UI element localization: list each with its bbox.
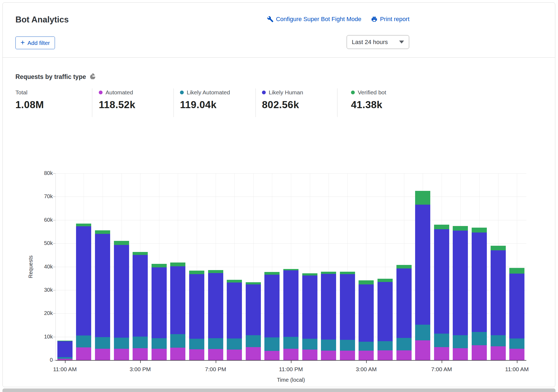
bar-segment-likely_automated[interactable] [453,335,468,348]
bar-segment-verified_bot[interactable] [152,264,167,267]
bar-segment-likely_human[interactable] [76,226,91,335]
bar-segment-automated[interactable] [396,350,412,360]
bar-segment-verified_bot[interactable] [415,191,430,205]
bar-segment-likely_automated[interactable] [76,335,91,347]
bar-segment-likely_human[interactable] [321,274,336,340]
bar-segment-automated[interactable] [302,350,317,360]
bar-segment-verified_bot[interactable] [359,280,374,285]
bar-segment-likely_human[interactable] [302,275,317,339]
bar-segment-automated[interactable] [340,351,355,360]
bar-segment-likely_automated[interactable] [509,338,524,349]
bar-segment-verified_bot[interactable] [378,279,393,282]
bar-segment-likely_automated[interactable] [227,338,242,350]
bar-segment-likely_human[interactable] [170,266,185,334]
bar-segment-likely_human[interactable] [264,275,280,337]
bar-segment-likely_human[interactable] [246,284,261,335]
bar-segment-likely_automated[interactable] [189,339,204,349]
bar-segment-automated[interactable] [227,350,242,360]
bar-segment-automated[interactable] [453,348,468,360]
bar-segment-verified_bot[interactable] [396,265,412,268]
bar-segment-verified_bot[interactable] [509,268,524,274]
bar-segment-likely_human[interactable] [283,270,298,337]
bar-segment-likely_automated[interactable] [415,325,430,340]
bar-segment-verified_bot[interactable] [189,271,204,274]
bar-segment-likely_human[interactable] [133,255,148,336]
bar-segment-automated[interactable] [509,349,524,360]
bar-segment-automated[interactable] [264,351,280,360]
bar-segment-verified_bot[interactable] [472,228,487,232]
bar-segment-likely_automated[interactable] [133,337,148,348]
bar-segment-automated[interactable] [491,346,506,360]
bar-segment-automated[interactable] [114,349,129,360]
bar-segment-likely_human[interactable] [472,232,487,332]
bar-segment-likely_human[interactable] [114,245,129,338]
print-report-link[interactable]: Print report [371,16,409,23]
bar-segment-automated[interactable] [378,350,393,360]
bar-segment-automated[interactable] [95,349,110,360]
bar-segment-likely_human[interactable] [359,284,374,342]
bar-segment-likely_automated[interactable] [359,342,374,351]
bar-segment-likely_human[interactable] [189,274,204,339]
time-range-select[interactable]: Last 24 hours [347,35,409,49]
bar-segment-verified_bot[interactable] [434,225,449,229]
bar-segment-likely_human[interactable] [57,341,73,357]
bar-segment-automated[interactable] [57,359,73,360]
bar-segment-verified_bot[interactable] [340,272,355,274]
bar-segment-verified_bot[interactable] [491,246,506,250]
bar-segment-verified_bot[interactable] [170,263,185,266]
bar-segment-verified_bot[interactable] [227,280,242,283]
bar-segment-likely_automated[interactable] [491,335,506,346]
bar-segment-likely_automated[interactable] [114,338,129,349]
bar-segment-verified_bot[interactable] [321,272,336,274]
bar-segment-automated[interactable] [434,347,449,360]
bar-segment-automated[interactable] [246,347,261,360]
bar-segment-likely_automated[interactable] [396,338,412,350]
bar-segment-likely_automated[interactable] [170,334,185,348]
bar-segment-automated[interactable] [208,349,223,360]
bar-segment-likely_human[interactable] [509,274,524,338]
bar-segment-likely_human[interactable] [95,234,110,337]
bar-segment-automated[interactable] [472,345,487,360]
bar-segment-verified_bot[interactable] [283,269,298,270]
bar-segment-verified_bot[interactable] [302,273,317,276]
bar-segment-likely_automated[interactable] [264,337,280,351]
bar-segment-likely_human[interactable] [208,273,223,338]
bar-segment-verified_bot[interactable] [114,241,129,245]
bar-segment-automated[interactable] [189,349,204,360]
bar-segment-automated[interactable] [321,351,336,360]
bar-segment-likely_automated[interactable] [208,338,223,349]
bar-segment-automated[interactable] [152,349,167,360]
bar-segment-verified_bot[interactable] [95,230,110,234]
bar-segment-verified_bot[interactable] [264,272,280,275]
bar-segment-likely_human[interactable] [453,231,468,335]
bar-segment-likely_human[interactable] [152,267,167,338]
bar-segment-likely_human[interactable] [396,268,412,338]
bar-segment-likely_automated[interactable] [57,357,73,359]
configure-super-bot-fight-mode-link[interactable]: Configure Super Bot Fight Mode [267,16,362,23]
bar-segment-verified_bot[interactable] [208,270,223,273]
bar-segment-verified_bot[interactable] [76,224,91,226]
bar-segment-verified_bot[interactable] [57,341,73,341]
bar-segment-verified_bot[interactable] [246,282,261,285]
bar-segment-likely_automated[interactable] [472,332,487,345]
bar-segment-verified_bot[interactable] [453,226,468,231]
bar-segment-likely_human[interactable] [415,205,430,325]
bottom-scroll-band[interactable] [2,388,556,392]
bar-segment-likely_human[interactable] [340,274,355,340]
bar-segment-automated[interactable] [359,351,374,360]
bar-segment-likely_automated[interactable] [283,337,298,349]
bar-segment-automated[interactable] [415,340,430,360]
bar-segment-likely_automated[interactable] [340,340,355,351]
bar-segment-likely_automated[interactable] [152,338,167,349]
bar-segment-likely_human[interactable] [491,250,506,335]
add-filter-button[interactable]: + Add filter [15,36,55,49]
bar-segment-likely_automated[interactable] [246,335,261,347]
bar-segment-likely_automated[interactable] [302,339,317,350]
bar-segment-automated[interactable] [133,348,148,360]
bar-segment-likely_automated[interactable] [378,341,393,350]
bar-segment-automated[interactable] [170,348,185,360]
bar-segment-likely_automated[interactable] [321,340,336,351]
bar-segment-automated[interactable] [76,347,91,360]
bar-segment-likely_human[interactable] [378,282,393,341]
bar-segment-verified_bot[interactable] [133,252,148,255]
